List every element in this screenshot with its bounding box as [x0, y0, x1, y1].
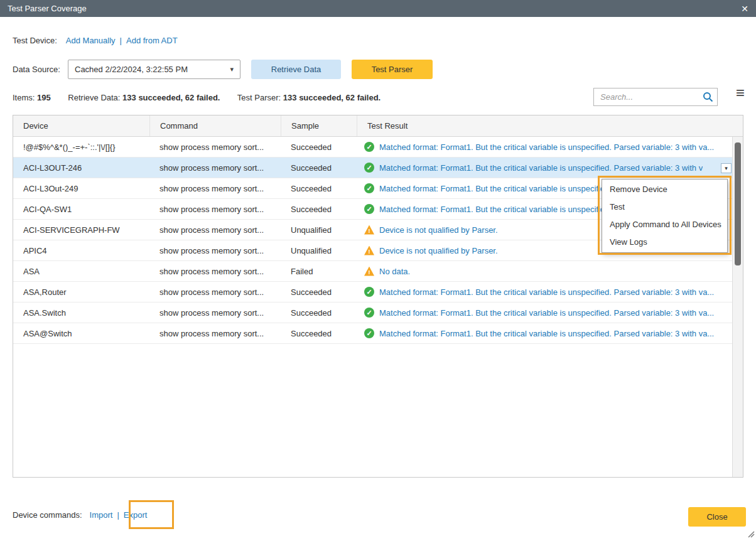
sample-cell: Succeeded	[281, 205, 357, 214]
retrieve-data-stat: Retrieve Data: 133 succeeded, 62 failed.	[68, 93, 220, 102]
device-cell: ASA,Router	[13, 287, 149, 297]
result-text: Device is not qualified by Parser.	[379, 225, 498, 235]
column-header-device[interactable]: Device	[13, 115, 149, 136]
status-icon: !	[364, 267, 374, 276]
result-cell: ✓ Matched format: Format1. But the criti…	[357, 142, 732, 152]
search-icon[interactable]	[703, 92, 713, 104]
dialog-titlebar: Test Parser Coverage ✕	[0, 0, 756, 17]
device-cell: ASA.Switch	[13, 308, 149, 318]
test-device-label: Test Device:	[13, 36, 57, 45]
command-cell: show process memory sort...	[149, 184, 281, 193]
result-text: Matched format: Format1. But the critica…	[379, 142, 714, 152]
status-icon: ✓	[364, 328, 374, 338]
result-text: Matched format: Format1. But the critica…	[379, 308, 714, 318]
device-commands-row: Device commands:Import|Export	[13, 510, 147, 520]
dialog-title: Test Parser Coverage	[8, 4, 87, 13]
command-cell: show process memory sort...	[149, 308, 281, 318]
device-cell: ACI-SERVICEGRAPH-FW	[13, 225, 149, 235]
sample-cell: Succeeded	[281, 184, 357, 193]
sample-cell: Unqualified	[281, 246, 357, 255]
test-parser-stat: Test Parser: 133 succeeded, 62 failed.	[237, 93, 381, 102]
context-menu: Remove DeviceTestApply Command to All De…	[602, 179, 728, 253]
device-cell: ASA	[13, 267, 149, 276]
data-source-select[interactable]: Cached 2/22/2024, 3:22:55 PM ▾	[68, 60, 240, 79]
result-text: Device is not qualified by Parser.	[379, 246, 498, 255]
table-row[interactable]: ASA show process memory sort... Failed !…	[13, 261, 732, 282]
status-icon: ✓	[364, 183, 374, 193]
command-cell: show process memory sort...	[149, 205, 281, 214]
device-cell: APIC4	[13, 246, 149, 255]
context-menu-item[interactable]: Remove Device	[602, 181, 727, 198]
column-header-test-result[interactable]: Test Result	[357, 115, 743, 136]
table-row[interactable]: ACI-L3OUT-246 show process memory sort..…	[13, 158, 732, 178]
status-icon: !	[364, 225, 374, 235]
device-cell: ACI-L3OUT-246	[13, 163, 149, 173]
test-parser-button[interactable]: Test Parser	[352, 60, 433, 79]
data-source-row: Data Source: Cached 2/22/2024, 3:22:55 P…	[13, 60, 433, 79]
menu-icon[interactable]: ≡	[736, 85, 745, 100]
result-text: Matched format: Format1. But the critica…	[379, 329, 714, 338]
device-commands-label: Device commands:	[13, 510, 82, 520]
status-icon: ✓	[364, 163, 374, 173]
result-cell: ! No data.	[357, 267, 732, 276]
search-box	[593, 88, 718, 106]
sample-cell: Succeeded	[281, 287, 357, 297]
table-row[interactable]: ASA@Switch show process memory sort... S…	[13, 323, 732, 344]
command-cell: show process memory sort...	[149, 267, 281, 276]
device-table: Device Command Sample Test Result !@#$%^…	[13, 115, 743, 478]
vertical-scrollbar[interactable]	[732, 137, 743, 477]
table-header: Device Command Sample Test Result	[13, 115, 743, 137]
device-cell: !@#$%^&*()_-=+-`::.'|\/[]{}	[13, 142, 149, 152]
export-link[interactable]: Export	[124, 510, 148, 520]
sample-cell: Succeeded	[281, 308, 357, 318]
command-cell: show process memory sort...	[149, 246, 281, 255]
add-manually-link[interactable]: Add Manually	[66, 36, 116, 45]
command-cell: show process memory sort...	[149, 225, 281, 235]
resize-grip-icon[interactable]	[747, 530, 755, 540]
table-row[interactable]: ASA,Router show process memory sort... S…	[13, 282, 732, 303]
command-cell: show process memory sort...	[149, 329, 281, 338]
device-cell: ACI-QA-SW1	[13, 205, 149, 214]
command-cell: show process memory sort...	[149, 163, 281, 173]
table-row[interactable]: !@#$%^&*()_-=+-`::.'|\/[]{} show process…	[13, 137, 732, 158]
import-link[interactable]: Import	[90, 510, 113, 520]
device-cell: ASA@Switch	[13, 329, 149, 338]
device-cell: ACI-L3Out-249	[13, 184, 149, 193]
sample-cell: Failed	[281, 267, 357, 276]
retrieve-data-button[interactable]: Retrieve Data	[251, 60, 341, 79]
result-text: Matched format: Format1. But the critica…	[379, 163, 703, 173]
context-menu-item[interactable]: Test	[602, 198, 727, 216]
close-button[interactable]: Close	[688, 507, 746, 527]
status-icon: ✓	[364, 204, 374, 214]
stats-bar: Items: 195 Retrieve Data: 133 succeeded,…	[13, 93, 396, 102]
sample-cell: Succeeded	[281, 329, 357, 338]
row-actions-dropdown[interactable]: ▾	[721, 163, 732, 173]
result-text: No data.	[379, 267, 410, 276]
column-header-sample[interactable]: Sample	[281, 115, 357, 136]
chevron-down-icon: ▾	[230, 65, 234, 73]
sample-cell: Unqualified	[281, 225, 357, 235]
data-source-label: Data Source:	[13, 65, 68, 74]
column-header-command[interactable]: Command	[149, 115, 281, 136]
footer-separator: |	[117, 510, 119, 520]
status-icon: ✓	[364, 142, 374, 152]
sample-cell: Succeeded	[281, 163, 357, 173]
items-count: Items: 195	[13, 93, 51, 102]
close-icon[interactable]: ✕	[741, 4, 748, 14]
result-cell: ✓ Matched format: Format1. But the criti…	[357, 328, 732, 338]
command-cell: show process memory sort...	[149, 287, 281, 297]
search-input[interactable]	[593, 88, 718, 106]
result-cell: ✓ Matched format: Format1. But the criti…	[357, 287, 732, 297]
add-from-adt-link[interactable]: Add from ADT	[126, 36, 178, 45]
sample-cell: Succeeded	[281, 142, 357, 152]
status-icon: ✓	[364, 287, 374, 297]
result-cell: ✓ Matched format: Format1. But the criti…	[357, 308, 732, 318]
context-menu-item[interactable]: Apply Command to All Devices	[602, 216, 727, 233]
result-text: Matched format: Format1. But the critica…	[379, 287, 714, 297]
status-icon: !	[364, 246, 374, 255]
context-menu-item[interactable]: View Logs	[602, 233, 727, 251]
table-row[interactable]: ASA.Switch show process memory sort... S…	[13, 303, 732, 323]
status-icon: ✓	[364, 308, 374, 318]
scrollbar-thumb[interactable]	[735, 142, 741, 265]
test-device-row: Test Device:Add Manually|Add from ADT	[13, 36, 178, 45]
